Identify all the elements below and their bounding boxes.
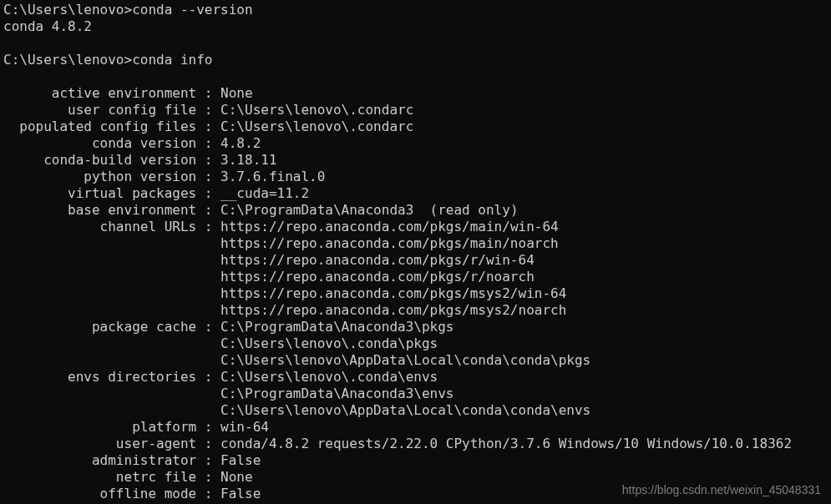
info-row: base environment : C:\ProgramData\Anacon… bbox=[3, 202, 828, 219]
info-separator: : bbox=[196, 419, 220, 436]
info-row: python version : 3.7.6.final.0 bbox=[3, 169, 828, 185]
info-value: C:\Users\lenovo\.condarc bbox=[220, 102, 413, 118]
info-row: populated config files : C:\Users\lenovo… bbox=[3, 118, 828, 135]
info-label: package cache bbox=[3, 319, 196, 335]
info-separator: : bbox=[196, 118, 220, 135]
info-label: conda version bbox=[3, 135, 196, 152]
info-value: 4.8.2 bbox=[220, 135, 261, 152]
info-row: user config file : C:\Users\lenovo\.cond… bbox=[3, 102, 828, 118]
info-separator: : bbox=[196, 169, 220, 185]
info-separator: : bbox=[196, 202, 220, 219]
command: conda info bbox=[132, 52, 212, 68]
info-value-continuation: C:\Users\lenovo\AppData\Local\conda\cond… bbox=[220, 402, 828, 419]
info-separator: : bbox=[196, 469, 220, 486]
blank-line bbox=[3, 68, 828, 85]
info-value-continuation: C:\Users\lenovo\AppData\Local\conda\cond… bbox=[220, 352, 828, 369]
info-separator: : bbox=[196, 185, 220, 202]
conda-info-block: active environment : None user config fi… bbox=[3, 85, 828, 502]
info-label: netrc file bbox=[3, 469, 196, 486]
info-value-continuation: C:\Users\lenovo\.conda\pkgs bbox=[220, 335, 828, 352]
info-row: active environment : None bbox=[3, 85, 828, 102]
info-label: base environment bbox=[3, 202, 196, 219]
info-value-continuation: https://repo.anaconda.com/pkgs/msys2/noa… bbox=[220, 302, 828, 319]
info-separator: : bbox=[196, 102, 220, 118]
prompt: C:\Users\lenovo> bbox=[3, 52, 132, 68]
command: conda --version bbox=[132, 2, 253, 18]
info-value-continuation: https://repo.anaconda.com/pkgs/r/win-64 bbox=[220, 252, 828, 269]
info-value: False bbox=[220, 486, 261, 502]
info-value-continuation: https://repo.anaconda.com/pkgs/r/noarch bbox=[220, 269, 828, 285]
info-separator: : bbox=[196, 85, 220, 102]
info-row: administrator : False bbox=[3, 452, 828, 469]
info-value: C:\Users\lenovo\.conda\envs bbox=[220, 369, 438, 386]
info-row: platform : win-64 bbox=[3, 419, 828, 436]
info-value: C:\ProgramData\Anaconda3\pkgs bbox=[220, 319, 454, 335]
info-separator: : bbox=[196, 152, 220, 169]
info-separator: : bbox=[196, 319, 220, 335]
info-value-continuation: C:\ProgramData\Anaconda3\envs bbox=[220, 386, 828, 402]
info-label: channel URLs bbox=[3, 219, 196, 235]
info-label: envs directories bbox=[3, 369, 196, 386]
terminal-output[interactable]: C:\Users\lenovo>conda --version conda 4.… bbox=[3, 2, 828, 502]
info-separator: : bbox=[196, 135, 220, 152]
info-label: python version bbox=[3, 169, 196, 185]
output-line: conda 4.8.2 bbox=[3, 18, 828, 35]
info-label: user-agent bbox=[3, 436, 196, 452]
cmd-line-1: C:\Users\lenovo>conda --version bbox=[3, 2, 828, 18]
info-value-continuation: https://repo.anaconda.com/pkgs/msys2/win… bbox=[220, 285, 828, 302]
info-row: package cache : C:\ProgramData\Anaconda3… bbox=[3, 319, 828, 335]
info-separator: : bbox=[196, 369, 220, 386]
info-label: offline mode bbox=[3, 486, 196, 502]
info-row: virtual packages : __cuda=11.2 bbox=[3, 185, 828, 202]
info-row: channel URLs : https://repo.anaconda.com… bbox=[3, 219, 828, 235]
info-value: None bbox=[220, 85, 253, 102]
info-label: platform bbox=[3, 419, 196, 436]
info-value: C:\ProgramData\Anaconda3 (read only) bbox=[220, 202, 518, 219]
info-label: active environment bbox=[3, 85, 196, 102]
info-label: virtual packages bbox=[3, 185, 196, 202]
info-label: administrator bbox=[3, 452, 196, 469]
info-value: win-64 bbox=[220, 419, 269, 436]
info-value: False bbox=[220, 452, 261, 469]
info-value: https://repo.anaconda.com/pkgs/main/win-… bbox=[220, 219, 559, 235]
prompt: C:\Users\lenovo> bbox=[3, 2, 132, 18]
info-label: conda-build version bbox=[3, 152, 196, 169]
info-value: conda/4.8.2 requests/2.22.0 CPython/3.7.… bbox=[220, 436, 792, 452]
info-row: user-agent : conda/4.8.2 requests/2.22.0… bbox=[3, 436, 828, 452]
info-separator: : bbox=[196, 219, 220, 235]
info-separator: : bbox=[196, 486, 220, 502]
info-value: 3.7.6.final.0 bbox=[220, 169, 325, 185]
info-row: envs directories : C:\Users\lenovo\.cond… bbox=[3, 369, 828, 386]
info-row: conda version : 4.8.2 bbox=[3, 135, 828, 152]
info-value: 3.18.11 bbox=[220, 152, 276, 169]
info-separator: : bbox=[196, 436, 220, 452]
info-separator: : bbox=[196, 452, 220, 469]
watermark: https://blog.csdn.net/weixin_45048331 bbox=[622, 483, 821, 498]
info-value: __cuda=11.2 bbox=[220, 185, 309, 202]
info-value: None bbox=[220, 469, 253, 486]
info-row: conda-build version : 3.18.11 bbox=[3, 152, 828, 169]
cmd-line-2: C:\Users\lenovo>conda info bbox=[3, 52, 828, 68]
blank-line bbox=[3, 35, 828, 52]
info-value: C:\Users\lenovo\.condarc bbox=[220, 118, 413, 135]
info-label: user config file bbox=[3, 102, 196, 118]
info-value-continuation: https://repo.anaconda.com/pkgs/main/noar… bbox=[220, 235, 828, 252]
info-label: populated config files bbox=[3, 118, 196, 135]
